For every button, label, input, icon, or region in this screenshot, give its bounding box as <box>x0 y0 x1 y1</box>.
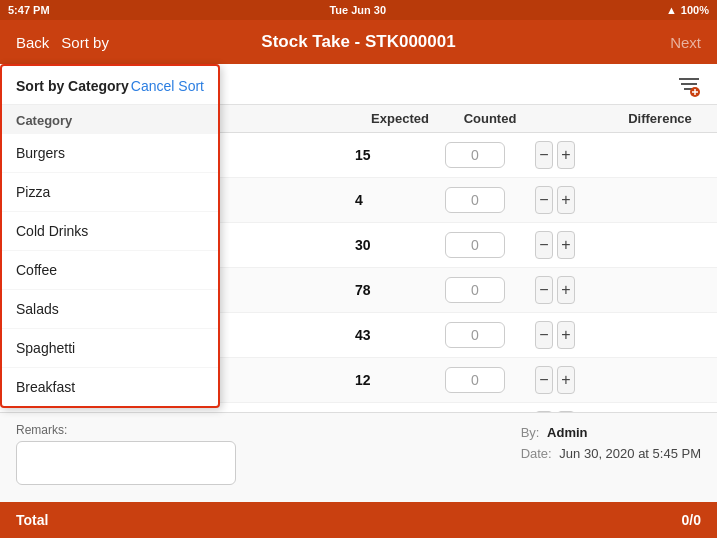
sort-item-pizza[interactable]: Pizza <box>2 173 218 212</box>
by-label: By: <box>521 425 540 440</box>
remarks-label: Remarks: <box>16 423 236 437</box>
status-time: 5:47 PM <box>8 4 50 16</box>
decrement-button[interactable]: − <box>535 366 553 394</box>
totals-value: 0/0 <box>682 512 701 528</box>
stepper-cell: − + <box>535 276 575 304</box>
main-content: Expected Counted Difference ger 15 − + e… <box>0 64 717 538</box>
col-header-minus <box>535 111 575 126</box>
counted-input[interactable] <box>445 232 505 258</box>
status-bar: 5:47 PM Tue Jun 30 ▲ 100% <box>0 0 717 20</box>
decrement-button[interactable]: − <box>535 321 553 349</box>
increment-button[interactable]: + <box>557 321 575 349</box>
page-title: Stock Take - STK000001 <box>261 32 455 52</box>
date-value: Jun 30, 2020 at 5:45 PM <box>559 446 701 461</box>
bottom-area: Remarks: By: Admin Date: Jun 30, 2020 at… <box>0 412 717 502</box>
svg-rect-1 <box>681 83 697 85</box>
expected-val: 30 <box>355 237 445 253</box>
increment-button[interactable]: + <box>557 141 575 169</box>
stepper-cell: − + <box>535 141 575 169</box>
sort-item-cold-drinks[interactable]: Cold Drinks <box>2 212 218 251</box>
sort-item-spaghetti[interactable]: Spaghetti <box>2 329 218 368</box>
col-header-plus <box>575 111 615 126</box>
expected-val: 15 <box>355 147 445 163</box>
counted-input[interactable] <box>445 142 505 168</box>
decrement-button[interactable]: − <box>535 141 553 169</box>
sort-item-burgers[interactable]: Burgers <box>2 134 218 173</box>
expected-val: 43 <box>355 327 445 343</box>
remarks-input[interactable] <box>16 441 236 485</box>
sort-item-breakfast[interactable]: Breakfast <box>2 368 218 406</box>
decrement-button[interactable]: − <box>535 276 553 304</box>
by-value: Admin <box>547 425 587 440</box>
expected-val: 12 <box>355 372 445 388</box>
next-button[interactable]: Next <box>670 34 701 51</box>
increment-button[interactable]: + <box>557 186 575 214</box>
sort-by-label: Sort by Category <box>16 78 129 94</box>
stepper-cell: − + <box>535 366 575 394</box>
sort-by-button[interactable]: Sort by <box>61 34 109 51</box>
stepper-cell: − + <box>535 231 575 259</box>
cancel-sort-button[interactable]: Cancel Sort <box>131 78 204 94</box>
filter-icon[interactable] <box>673 70 705 102</box>
decrement-button[interactable]: − <box>535 231 553 259</box>
expected-val: 4 <box>355 192 445 208</box>
totals-bar: Total 0/0 <box>0 502 717 538</box>
date-label: Date: <box>521 446 552 461</box>
wifi-icon: ▲ <box>666 4 677 16</box>
sort-item-coffee[interactable]: Coffee <box>2 251 218 290</box>
status-day: Tue Jun 30 <box>329 4 386 16</box>
battery-level: 100% <box>681 4 709 16</box>
col-header-difference: Difference <box>615 111 705 126</box>
sort-item-salads[interactable]: Salads <box>2 290 218 329</box>
increment-button[interactable]: + <box>557 276 575 304</box>
stepper-cell: − + <box>535 186 575 214</box>
increment-button[interactable]: + <box>557 231 575 259</box>
sort-dropdown-header: Sort by Category Cancel Sort <box>2 66 218 105</box>
counted-input[interactable] <box>445 322 505 348</box>
counted-input[interactable] <box>445 367 505 393</box>
increment-button[interactable]: + <box>557 366 575 394</box>
totals-label: Total <box>16 512 48 528</box>
col-header-expected: Expected <box>355 111 445 126</box>
counted-input[interactable] <box>445 187 505 213</box>
expected-val: 78 <box>355 282 445 298</box>
back-button[interactable]: Back <box>16 34 49 51</box>
col-header-counted: Counted <box>445 111 535 126</box>
stepper-cell: − + <box>535 321 575 349</box>
sort-dropdown: Sort by Category Cancel Sort Category Bu… <box>0 64 220 408</box>
counted-input[interactable] <box>445 277 505 303</box>
decrement-button[interactable]: − <box>535 186 553 214</box>
remarks-section: Remarks: <box>16 423 236 485</box>
meta-section: By: Admin Date: Jun 30, 2020 at 5:45 PM <box>521 423 701 465</box>
nav-bar: Back Sort by Stock Take - STK000001 Next <box>0 20 717 64</box>
svg-rect-0 <box>679 78 699 80</box>
sort-section-header: Category <box>2 105 218 134</box>
